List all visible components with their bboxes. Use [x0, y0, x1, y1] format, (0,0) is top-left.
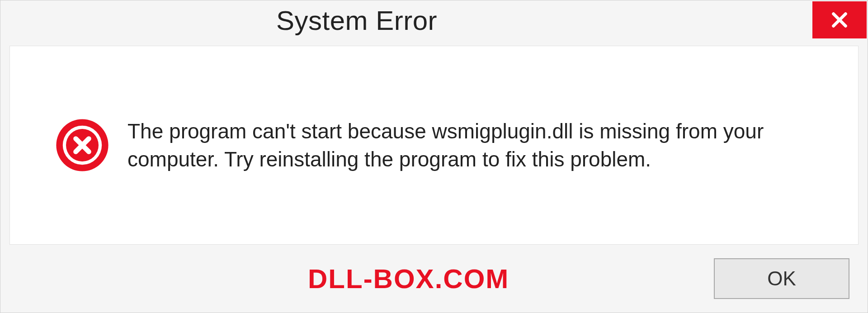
content-area: The program can't start because wsmigplu…: [9, 46, 859, 245]
error-message: The program can't start because wsmigplu…: [127, 117, 806, 173]
titlebar: System Error: [0, 0, 868, 46]
error-icon: [55, 118, 109, 172]
error-dialog: System Error The program can't start bec…: [0, 0, 868, 313]
footer: DLL-BOX.COM OK: [0, 245, 868, 313]
close-button[interactable]: [812, 1, 867, 38]
watermark-text: DLL-BOX.COM: [308, 263, 509, 294]
dialog-title: System Error: [276, 5, 437, 36]
ok-button[interactable]: OK: [714, 258, 849, 299]
close-icon: [829, 9, 850, 30]
